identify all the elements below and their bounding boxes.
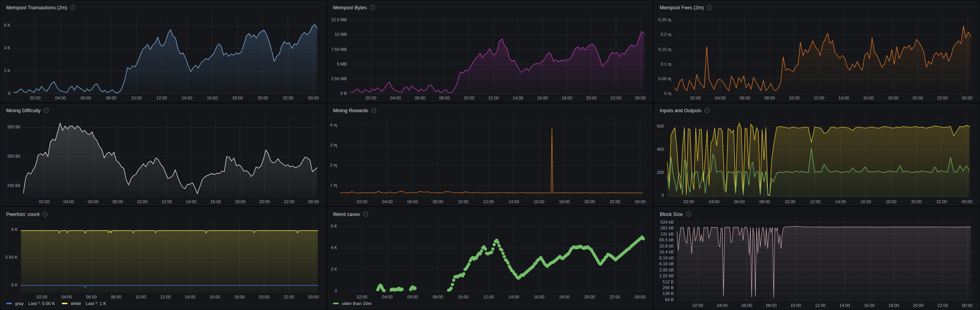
svg-text:12:00: 12:00: [815, 303, 826, 308]
svg-text:08:00: 08:00: [433, 199, 443, 204]
svg-text:04:00: 04:00: [709, 199, 720, 204]
svg-text:10:00: 10:00: [791, 303, 801, 308]
svg-text:18:00: 18:00: [234, 295, 245, 299]
info-icon[interactable]: [707, 5, 712, 10]
svg-text:5 K: 5 K: [11, 283, 18, 287]
legend-label[interactable]: older than 10m: [342, 301, 372, 306]
info-icon[interactable]: [42, 212, 47, 217]
svg-text:0.1 ɱ: 0.1 ɱ: [661, 62, 671, 66]
panel-title[interactable]: Mempool Transactions (2m): [6, 5, 67, 10]
panel-title[interactable]: Mining Rewards: [333, 108, 368, 113]
grid-lines: [340, 221, 646, 293]
legend-item[interactable]: grayLast *: 5.00 K: [6, 301, 55, 306]
svg-text:4 K: 4 K: [4, 45, 10, 50]
svg-text:22:00: 22:00: [936, 199, 947, 204]
legend-swatch-icon: [333, 303, 339, 304]
svg-text:12:00: 12:00: [483, 199, 494, 204]
panel-header[interactable]: Weird cases: [328, 208, 652, 218]
svg-text:06:00: 06:00: [734, 199, 745, 204]
svg-text:04:00: 04:00: [715, 96, 726, 100]
svg-text:14:00: 14:00: [840, 303, 850, 308]
panel-title[interactable]: Mining Difficulty: [6, 108, 41, 113]
info-icon[interactable]: [705, 108, 710, 113]
svg-text:06:00: 06:00: [415, 96, 426, 100]
chart-series: [667, 123, 970, 197]
svg-text:06:00: 06:00: [742, 303, 752, 308]
chart-canvas[interactable]: 64 B128 B256 B512 B1.02 kB2.05 kB4.10 kB…: [655, 218, 979, 309]
panel-title[interactable]: Mempool Bytes: [333, 5, 367, 10]
legend-swatch-icon: [62, 303, 68, 304]
svg-text:04:00: 04:00: [390, 96, 401, 100]
svg-text:12:00: 12:00: [810, 199, 821, 204]
svg-text:65.5 kB: 65.5 kB: [659, 238, 674, 242]
svg-text:00:00: 00:00: [308, 295, 319, 299]
chart-canvas[interactable]: 5 K5.50 K6 K02:0004:0006:0008:0010:0012:…: [1, 218, 325, 300]
svg-text:16:00: 16:00: [864, 303, 875, 308]
panel-title[interactable]: Inputs and Outputs: [660, 108, 701, 113]
info-icon[interactable]: [370, 5, 375, 10]
info-icon[interactable]: [686, 212, 691, 217]
panel-title[interactable]: Mempool Fees (2m): [660, 5, 704, 10]
panel-mining-rewards: Mining Rewards 1 ɱ2 ɱ3 ɱ4 ɱ02:0004:0006:…: [328, 104, 652, 206]
panel-title[interactable]: Block Size: [660, 212, 683, 217]
chart-canvas[interactable]: 240 Bil250 Bil260 Bil02:0004:0006:0008:0…: [1, 114, 325, 205]
panel-title[interactable]: Weird cases: [333, 212, 360, 217]
svg-text:131 kB: 131 kB: [661, 232, 674, 236]
grafana-dashboard: Mempool Transactions (2m) 02 K4 K6 K02:0…: [0, 0, 980, 310]
chart-canvas[interactable]: 02 K4 K6 K02:0004:0006:0008:0010:0012:00…: [1, 11, 325, 101]
chart-canvas[interactable]: 0 ɱ0.05 ɱ0.1 ɱ0.15 ɱ0.2 ɱ0.25 ɱ02:0004:0…: [655, 11, 979, 101]
chart-series: [341, 128, 643, 197]
svg-text:10:00: 10:00: [785, 199, 796, 204]
panel-header[interactable]: Mining Difficulty: [1, 104, 325, 114]
panel-header[interactable]: Block Size: [655, 208, 979, 218]
svg-text:04:00: 04:00: [382, 199, 393, 204]
chart-series: [24, 123, 318, 197]
panel-title[interactable]: Peerlists' count: [6, 212, 39, 217]
panel-header[interactable]: Inputs and Outputs: [655, 104, 979, 114]
info-icon[interactable]: [70, 5, 75, 10]
svg-text:02:00: 02:00: [37, 295, 47, 299]
info-icon[interactable]: [44, 108, 49, 113]
panel-inputs-and-outputs: Inputs and Outputs 020040060002:0004:000…: [654, 104, 979, 206]
svg-text:16:00: 16:00: [534, 199, 544, 204]
svg-text:14:00: 14:00: [182, 96, 193, 100]
svg-text:06:00: 06:00: [407, 199, 418, 204]
svg-text:12:00: 12:00: [160, 295, 171, 299]
svg-text:18:00: 18:00: [559, 295, 570, 299]
svg-text:06:00: 06:00: [86, 295, 97, 299]
chart-canvas[interactable]: 02 K4 K6 K02:0004:0006:0008:0010:0012:00…: [328, 218, 652, 300]
legend-label[interactable]: gray: [15, 301, 24, 306]
svg-text:64 B: 64 B: [665, 297, 674, 302]
chart-area: 0 ɱ0.05 ɱ0.1 ɱ0.15 ɱ0.2 ɱ0.25 ɱ02:0004:0…: [655, 11, 979, 101]
svg-text:04:00: 04:00: [63, 199, 74, 204]
svg-text:2 K: 2 K: [4, 68, 10, 73]
svg-text:5.50 K: 5.50 K: [5, 255, 18, 259]
legend-label[interactable]: white: [71, 301, 81, 306]
svg-text:20:00: 20:00: [586, 96, 597, 100]
info-icon[interactable]: [371, 108, 376, 113]
panel-header[interactable]: Mining Rewards: [328, 104, 652, 114]
svg-text:1.02 kB: 1.02 kB: [659, 273, 674, 278]
legend-item[interactable]: older than 10m: [333, 301, 372, 306]
chart-canvas[interactable]: 0 B2.50 MB5 MB7.50 MB10 MB12.5 MB02:0004…: [328, 11, 652, 101]
svg-text:14:00: 14:00: [186, 199, 197, 204]
svg-text:00:00: 00:00: [962, 96, 973, 100]
chart-canvas[interactable]: 020040060002:0004:0006:0008:0010:0012:00…: [655, 114, 979, 205]
svg-text:10:00: 10:00: [131, 96, 142, 100]
panel-header[interactable]: Peerlists' count: [1, 208, 325, 218]
legend-item[interactable]: whiteLast *: 1 K: [62, 301, 106, 306]
panel-header[interactable]: Mempool Transactions (2m): [1, 1, 325, 11]
panel-header[interactable]: Mempool Bytes: [328, 1, 652, 11]
svg-text:1 ɱ: 1 ɱ: [330, 183, 337, 187]
svg-text:260 Bil: 260 Bil: [7, 125, 20, 129]
svg-text:20:00: 20:00: [259, 295, 270, 299]
chart-canvas[interactable]: 1 ɱ2 ɱ3 ɱ4 ɱ02:0004:0006:0008:0010:0012:…: [328, 114, 652, 205]
info-icon[interactable]: [363, 212, 368, 217]
svg-text:22:00: 22:00: [283, 96, 294, 100]
svg-text:04:00: 04:00: [382, 295, 393, 299]
panel-header[interactable]: Mempool Fees (2m): [655, 1, 979, 11]
panel-weird-cases: Weird cases 02 K4 K6 K02:0004:0006:0008:…: [328, 207, 652, 309]
svg-text:10:00: 10:00: [135, 295, 146, 299]
svg-text:20:00: 20:00: [584, 295, 595, 299]
svg-text:32.8 kB: 32.8 kB: [659, 244, 674, 248]
